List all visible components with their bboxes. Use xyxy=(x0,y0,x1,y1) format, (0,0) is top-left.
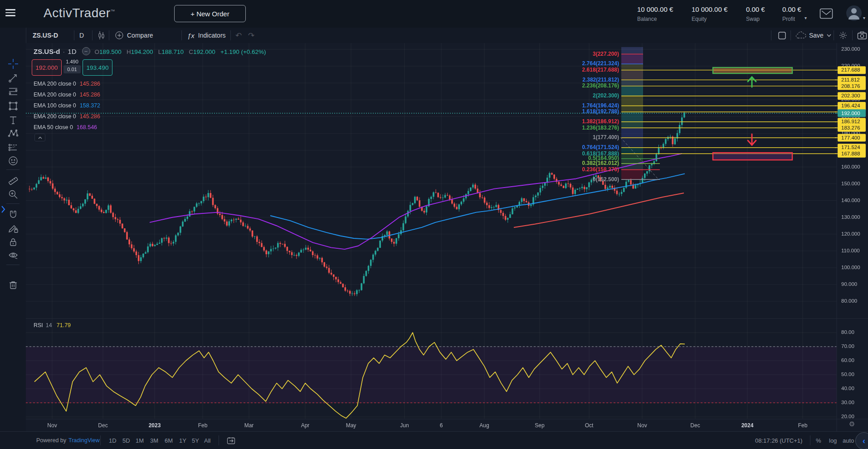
xabcd-pattern-icon[interactable] xyxy=(8,128,19,139)
drawing-toolbar xyxy=(0,28,26,431)
collapse-panel-button[interactable]: ‹ xyxy=(855,432,868,449)
pip-value: 0.01 xyxy=(63,65,80,73)
ruler-measure-icon[interactable] xyxy=(8,175,19,186)
lock-all-icon[interactable] xyxy=(8,237,19,247)
indicator-value: 145.286 xyxy=(80,92,100,98)
chart-canvas[interactable] xyxy=(26,43,868,431)
indicators-button[interactable]: ƒx Indicators xyxy=(187,28,226,43)
rsi-legend[interactable]: RSI14 71.79 xyxy=(34,321,71,330)
remove-drawings-trash-icon[interactable] xyxy=(8,280,19,290)
indicator-value: 168.546 xyxy=(77,124,97,130)
bottom-toolbar: Powered by TradingView 1D 5D 1M 3M 6M 1Y… xyxy=(0,431,868,449)
timezone-gear-icon[interactable]: ⚙ xyxy=(849,420,855,428)
text-tool-icon[interactable] xyxy=(8,115,19,126)
ohlc-values: O189.500 H194.200 L188.710 C192.000 +1.1… xyxy=(95,48,269,55)
chart-legend: ZS.US-d · 1D – O189.500 H194.200 L188.71… xyxy=(34,47,269,56)
indicator-row[interactable]: EMA 200 close 0145.286 xyxy=(34,89,100,100)
spread-panel: 1.490 0.01 xyxy=(62,59,83,73)
indicators-collapse-button[interactable] xyxy=(34,134,45,141)
indicator-row[interactable]: EMA 100 close 0158.372 xyxy=(34,100,100,111)
legend-interval[interactable]: 1D xyxy=(68,48,76,55)
screenshot-camera-icon[interactable] xyxy=(857,28,867,43)
indicator-row[interactable]: EMA 200 close 0145.286 xyxy=(34,78,100,89)
divider xyxy=(6,169,20,170)
range-5y-button[interactable]: 5Y xyxy=(192,432,199,449)
emoji-icon[interactable] xyxy=(8,155,19,166)
undo-icon[interactable]: ↶ xyxy=(235,28,242,43)
crosshair-icon[interactable] xyxy=(8,58,19,69)
trend-line-icon[interactable] xyxy=(8,72,19,83)
avatar-chevron-down-icon[interactable]: ▾ xyxy=(863,15,865,20)
range-1d-button[interactable]: 1D xyxy=(109,432,117,449)
shapes-rectangle-icon[interactable] xyxy=(8,101,19,111)
rsi-value: 71.79 xyxy=(57,322,71,328)
watchlist-expand-chevron-icon[interactable] xyxy=(0,205,6,216)
percent-scale-button[interactable]: % xyxy=(816,432,821,449)
balance-label: Balance xyxy=(637,16,687,22)
spread-value: 1.490 xyxy=(66,59,78,64)
symbol-search-button[interactable]: ZS.US-D xyxy=(33,28,58,43)
forecast-tool-icon[interactable] xyxy=(8,142,19,153)
tradingview-link[interactable]: TradingView xyxy=(68,437,100,444)
chart-style-icon[interactable] xyxy=(96,28,106,43)
interval-button[interactable]: D xyxy=(79,28,84,43)
cloud-icon xyxy=(795,31,806,39)
balance-stat: 10 000.00 € Balance xyxy=(637,5,687,22)
range-5d-button[interactable]: 5D xyxy=(122,432,130,449)
save-button[interactable]: Save xyxy=(795,28,831,43)
new-order-button[interactable]: + New Order xyxy=(174,5,246,22)
mail-icon[interactable] xyxy=(819,8,833,19)
drawing-lock-icon[interactable] xyxy=(8,223,19,234)
balance-value: 10 000.00 € xyxy=(637,5,687,13)
indicator-row[interactable]: EMA 200 close 0145.286 xyxy=(34,111,100,122)
fib-retracement-icon[interactable] xyxy=(8,86,19,97)
auto-scale-button[interactable]: auto xyxy=(843,432,854,449)
indicator-value: 158.372 xyxy=(80,102,100,109)
equity-stat: 10 000.00 € Equity xyxy=(692,5,741,22)
clock[interactable]: 08:17:26 (UTC+1) xyxy=(755,432,802,449)
range-all-button[interactable]: All xyxy=(204,432,210,449)
magnet-icon[interactable] xyxy=(8,209,19,220)
multichart-layout-icon[interactable] xyxy=(778,28,786,43)
menu-icon[interactable] xyxy=(5,9,15,17)
indicator-value: 145.286 xyxy=(80,113,100,120)
equity-value: 10 000.00 € xyxy=(692,5,741,13)
indicator-value: 145.286 xyxy=(80,81,100,87)
range-3m-button[interactable]: 3M xyxy=(150,432,158,449)
quote-panel: 192.000 1.490 0.01 193.490 xyxy=(32,59,112,75)
divider xyxy=(6,265,20,265)
fx-icon: ƒx xyxy=(187,32,195,39)
range-1m-button[interactable]: 1M xyxy=(136,432,144,449)
app-logo: ActivTrader™ xyxy=(44,6,115,20)
go-to-date-icon[interactable] xyxy=(227,432,235,449)
buy-button[interactable]: 193.490 xyxy=(83,59,112,76)
top-bar: ActivTrader™ + New Order 10 000.00 € Bal… xyxy=(0,0,868,28)
range-6m-button[interactable]: 6M xyxy=(165,432,173,449)
symbol-toolbar: ZS.US-D D Compare ƒx Indicators ↶ ↷ Save xyxy=(26,28,868,43)
redo-icon[interactable]: ↷ xyxy=(248,28,254,43)
avatar[interactable] xyxy=(845,5,863,22)
change-value: +1.190 (+0.62%) xyxy=(220,48,266,55)
equity-label: Equity xyxy=(692,16,741,22)
indicator-row[interactable]: EMA 50 close 0168.546 xyxy=(34,122,97,133)
compare-button[interactable]: Compare xyxy=(115,28,153,43)
hide-indicator-icon[interactable]: – xyxy=(82,47,90,55)
hide-drawings-eye-icon[interactable] xyxy=(8,250,19,261)
zoom-in-icon[interactable] xyxy=(8,189,19,200)
powered-by: Powered by TradingView xyxy=(36,432,100,449)
profit-chevron-down-icon[interactable]: ▾ xyxy=(805,15,807,20)
log-scale-button[interactable]: log xyxy=(829,432,837,449)
range-1y-button[interactable]: 1Y xyxy=(179,432,186,449)
chart-settings-gear-icon[interactable] xyxy=(839,28,848,43)
legend-symbol[interactable]: ZS.US-d xyxy=(34,48,60,55)
sell-button[interactable]: 192.000 xyxy=(32,59,62,76)
divider xyxy=(6,203,20,204)
activtrader-app: ActivTrader™ + New Order 10 000.00 € Bal… xyxy=(0,0,868,449)
save-chevron-down-icon xyxy=(827,34,831,37)
